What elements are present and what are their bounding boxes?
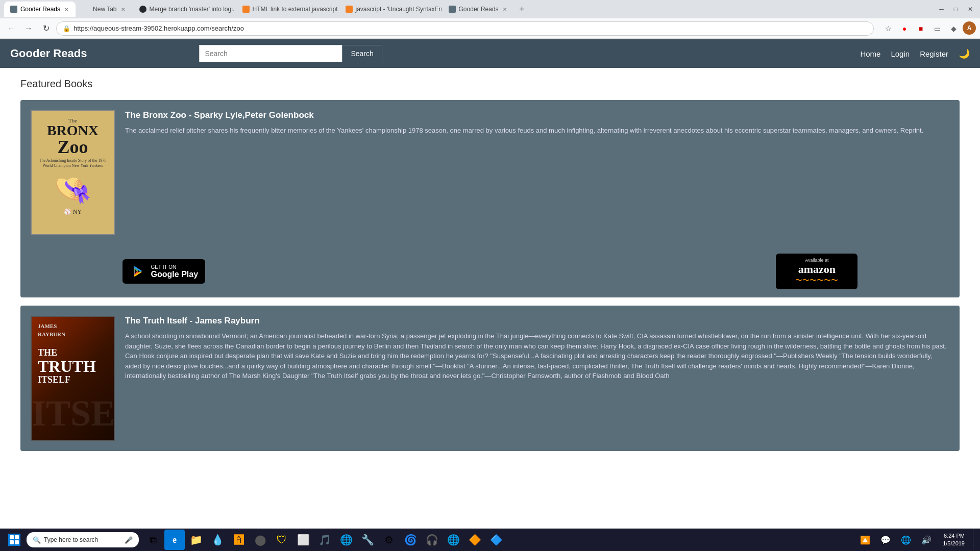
tab-close-2[interactable]: ✕ <box>120 6 126 13</box>
profile-icon[interactable]: ● <box>897 21 912 36</box>
cover-zoo: Zoo <box>57 138 88 156</box>
cover-author-first: JAMES <box>38 323 57 329</box>
cover-truth-word: TRUTH <box>38 358 96 374</box>
get-it-on-label: GET IT ON <box>151 264 198 270</box>
cover-bg-text: ITSELF <box>32 392 114 435</box>
restore-button[interactable]: □ <box>951 5 961 14</box>
tab-label-1: Gooder Reads <box>20 6 60 13</box>
book-card-truth-itself: JAMES RAYBURN THE TRUTH ITSELF ITSELF Th… <box>20 306 960 451</box>
search-button[interactable]: Search <box>342 45 382 62</box>
tab-label-4: HTML link to external javascript... <box>253 6 338 13</box>
tab-javascript[interactable]: javascript - 'Uncaught SyntaxErr... ✕ <box>339 2 442 17</box>
window-controls: ─ □ ✕ <box>936 5 976 14</box>
book-cover-1: The BRONX Zoo The Astonishing Inside Sto… <box>31 110 115 235</box>
bookmark-star-icon[interactable]: ☆ <box>881 21 895 36</box>
app-header: Gooder Reads Search Home Login Register … <box>0 39 980 68</box>
book-desc-1: The acclaimed relief pitcher shares his … <box>125 126 949 136</box>
back-button[interactable]: ← <box>4 21 18 36</box>
tab-favicon-2 <box>83 6 90 13</box>
cover-subtitle: The Astonishing Inside Story of the 1978… <box>36 158 110 169</box>
tab-html-link[interactable]: HTML link to external javascript... ✕ <box>236 2 338 17</box>
home-link[interactable]: Home <box>860 49 880 58</box>
book-title-2: The Truth Itself - James Rayburn <box>125 316 949 326</box>
tab-label-6: Gooder Reads <box>459 6 499 13</box>
tab-close-1[interactable]: ✕ <box>63 6 69 13</box>
tab-label-3: Merge branch 'master' into logi... <box>150 6 235 13</box>
truth-itself-cover: JAMES RAYBURN THE TRUTH ITSELF ITSELF <box>31 316 115 441</box>
close-button[interactable]: ✕ <box>965 5 976 14</box>
cover-the-word: THE <box>38 347 96 358</box>
nav-bar: ← → ↻ 🔒 https://aqueous-stream-39502.her… <box>0 18 980 39</box>
available-at-label: Available at <box>805 258 828 263</box>
google-play-button-1[interactable]: GET IT ON Google Play <box>122 259 205 284</box>
search-container: Search <box>199 45 382 62</box>
book-info-2: The Truth Itself - James Rayburn A schoo… <box>125 316 949 441</box>
cover-title-block: THE TRUTH ITSELF <box>38 347 96 385</box>
cast-icon[interactable]: ▭ <box>930 21 944 36</box>
amazon-smile-icon: 〜〜〜〜〜〜 <box>795 276 838 285</box>
featured-books-title: Featured Books <box>20 78 960 90</box>
address-bar[interactable]: 🔒 https://aqueous-stream-39502.herokuapp… <box>56 21 874 36</box>
book-cover-2: JAMES RAYBURN THE TRUTH ITSELF ITSELF <box>31 316 115 441</box>
nav-icons: ☆ ● ■ ▭ ◆ A <box>881 21 976 36</box>
google-play-store-label: Google Play <box>151 270 198 279</box>
app-title: Gooder Reads <box>10 47 87 60</box>
book-card-bottom-1: GET IT ON Google Play Available at amazo… <box>20 245 960 297</box>
book-card-top-2: JAMES RAYBURN THE TRUTH ITSELF ITSELF Th… <box>20 306 960 451</box>
url-text: https://aqueous-stream-39502.herokuapp.c… <box>74 24 244 32</box>
google-play-icon <box>130 263 146 280</box>
header-nav: Home Login Register 🌙 <box>860 48 970 59</box>
tab-favicon-5 <box>346 6 353 13</box>
tab-close-6[interactable]: ✕ <box>502 6 508 13</box>
tab-gooder-reads-active[interactable]: Gooder Reads ✕ <box>4 2 76 17</box>
tab-gooder-reads-2[interactable]: Gooder Reads ✕ <box>443 2 514 17</box>
tab-github[interactable]: Merge branch 'master' into logi... ✕ <box>133 2 235 17</box>
google-play-text: GET IT ON Google Play <box>151 264 198 279</box>
cover-bronx: BRONX <box>47 123 99 138</box>
book-desc-2: A school shooting in snowbound Vermont; … <box>125 331 949 381</box>
book-card-top-1: The BRONX Zoo The Astonishing Inside Sto… <box>20 100 960 245</box>
main-content: Featured Books The BRONX Zoo The Astonis… <box>0 68 980 469</box>
tab-label-2: New Tab <box>93 6 116 13</box>
tab-favicon-1 <box>10 6 17 13</box>
book-card-bronx-zoo: The BRONX Zoo The Astonishing Inside Sto… <box>20 100 960 297</box>
tab-favicon-3 <box>139 6 146 13</box>
search-input[interactable] <box>199 45 342 62</box>
new-tab-button[interactable]: + <box>515 2 529 16</box>
tab-bar: Gooder Reads ✕ New Tab ✕ Merge branch 'm… <box>0 0 980 18</box>
reload-button[interactable]: ↻ <box>39 21 53 36</box>
extension-icon[interactable]: ■ <box>914 21 928 36</box>
cover-ny-logo: ⚾ NY <box>64 208 82 216</box>
book-info-1: The Bronx Zoo - Sparky Lyle,Peter Golenb… <box>125 110 949 235</box>
minimize-button[interactable]: ─ <box>936 5 947 14</box>
tab-label-5: javascript - 'Uncaught SyntaxErr... <box>356 6 442 13</box>
amazon-button-1[interactable]: Available at amazon 〜〜〜〜〜〜 <box>776 254 857 289</box>
cover-players-icon: 👒 <box>54 171 92 207</box>
forward-button[interactable]: → <box>21 21 36 36</box>
tab-favicon-6 <box>449 6 456 13</box>
login-link[interactable]: Login <box>891 49 910 58</box>
cover-itself-word: ITSELF <box>38 374 96 385</box>
another-ext-icon[interactable]: ◆ <box>946 21 961 36</box>
tab-favicon-4 <box>242 6 250 13</box>
cover-author-last: RAYBURN <box>38 331 65 337</box>
tab-new-tab[interactable]: New Tab ✕ <box>77 2 132 17</box>
lock-icon: 🔒 <box>63 25 70 32</box>
browser-chrome: Gooder Reads ✕ New Tab ✕ Merge branch 'm… <box>0 0 980 39</box>
book-title-1: The Bronx Zoo - Sparky Lyle,Peter Golenb… <box>125 110 949 120</box>
amazon-logo-text: amazon <box>798 263 836 276</box>
user-avatar[interactable]: A <box>963 21 976 35</box>
register-link[interactable]: Register <box>920 49 948 58</box>
dark-mode-toggle[interactable]: 🌙 <box>959 48 970 59</box>
bronx-zoo-cover: The BRONX Zoo The Astonishing Inside Sto… <box>31 110 115 235</box>
